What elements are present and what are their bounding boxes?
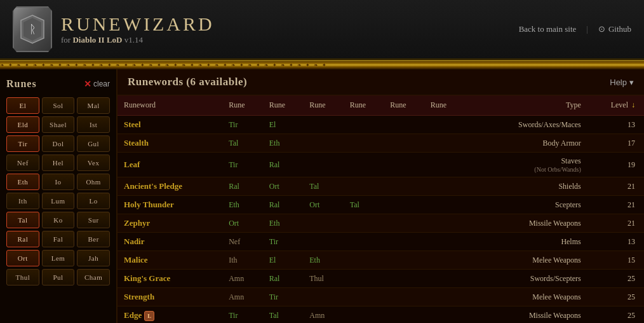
rune-cell-5 xyxy=(384,196,424,214)
rune-btn-ith[interactable]: Ith xyxy=(6,193,39,209)
rune-btn-mal[interactable]: Mal xyxy=(77,97,110,114)
rune-cell-3: Amn xyxy=(303,306,344,324)
row-name: Leaf xyxy=(117,153,222,177)
rune-cell-1: Tir xyxy=(222,153,263,177)
sort-indicator: ↓ xyxy=(631,100,635,109)
rune-btn-eld[interactable]: Eld xyxy=(6,116,39,133)
rune-cell-5 xyxy=(384,214,424,233)
rune-btn-dol[interactable]: Dol xyxy=(42,135,75,152)
row-type: Body Armor xyxy=(464,134,593,153)
svg-text:ᚱ: ᚱ xyxy=(29,23,36,36)
rune-cell-5 xyxy=(384,251,424,270)
rune-cell-2: Ral xyxy=(263,270,304,288)
rune-btn-io[interactable]: Io xyxy=(42,174,75,190)
rune-cell-1: Eth xyxy=(222,196,263,214)
rune-btn-ort[interactable]: Ort xyxy=(6,250,39,266)
rune-btn-sur[interactable]: Sur xyxy=(77,212,110,228)
rune-cell-6 xyxy=(424,233,465,251)
rune-btn-nef[interactable]: Nef xyxy=(6,155,39,171)
col-rune5: Rune xyxy=(384,95,424,116)
locked-badge: L xyxy=(144,311,154,321)
rune-btn-shael[interactable]: Shael xyxy=(42,116,75,133)
clear-button[interactable]: ✕ clear xyxy=(84,79,110,89)
table-row[interactable]: LeafTirRalStaves(Not Orbs/Wands)19 xyxy=(117,153,644,177)
table-row[interactable]: SteelTirElSwords/Axes/Maces13 xyxy=(117,116,644,134)
rune-btn-ral[interactable]: Ral xyxy=(6,231,39,247)
rune-btn-ko[interactable]: Ko xyxy=(42,212,75,228)
header: ᚱ Runewizard for Diablo II LoD v1.14 Bac… xyxy=(0,0,644,60)
nav-divider: | xyxy=(586,24,588,34)
col-rune6: Rune xyxy=(424,95,465,116)
rune-cell-5 xyxy=(384,177,424,196)
row-level: 13 xyxy=(594,116,644,134)
row-name: King's Grace xyxy=(117,270,222,288)
rune-btn-tal[interactable]: Tal xyxy=(6,212,39,228)
rune-btn-vex[interactable]: Vex xyxy=(77,155,110,171)
github-link[interactable]: ⊙ Github xyxy=(598,24,631,34)
rune-btn-cham[interactable]: Cham xyxy=(77,269,110,285)
table-row[interactable]: NadirNefTirHelms13 xyxy=(117,233,644,251)
col-rune4: Rune xyxy=(344,95,384,116)
rune-cell-6 xyxy=(424,196,465,214)
runewords-table: Runeword Rune Rune Rune Rune Rune Rune T… xyxy=(117,95,644,323)
col-rune1: Rune xyxy=(222,95,263,116)
row-type: Shields xyxy=(464,177,593,196)
table-row[interactable]: Ancient's PledgeRalOrtTalShields21 xyxy=(117,177,644,196)
col-level: Level ↓ xyxy=(594,95,644,116)
table-row[interactable]: Holy ThunderEthRalOrtTalScepters21 xyxy=(117,196,644,214)
sidebar-title-row: Runes ✕ clear xyxy=(6,78,110,90)
rune-btn-el[interactable]: El xyxy=(6,97,39,114)
table-row[interactable]: ZephyrOrtEthMissile Weapons21 xyxy=(117,214,644,233)
row-name: Steel xyxy=(117,116,222,134)
rune-btn-lem[interactable]: Lem xyxy=(42,250,75,266)
table-header-row: Runeword Rune Rune Rune Rune Rune Rune T… xyxy=(117,95,644,116)
app-title: Runewizard xyxy=(61,13,215,35)
row-type: Missile Weapons xyxy=(464,306,593,324)
rune-btn-jah[interactable]: Jah xyxy=(77,250,110,266)
rune-btn-fal[interactable]: Fal xyxy=(42,231,75,247)
table-row[interactable]: StealthTalEthBody Armor17 xyxy=(117,134,644,153)
rune-btn-pul[interactable]: Pul xyxy=(42,269,75,285)
row-level: 25 xyxy=(594,288,644,306)
rune-btn-tir[interactable]: Tir xyxy=(6,135,39,152)
rune-btn-gul[interactable]: Gul xyxy=(77,135,110,152)
rune-cell-3 xyxy=(303,134,344,153)
rune-btn-hel[interactable]: Hel xyxy=(42,155,75,171)
sidebar: Runes ✕ clear ElSolMalEldShaelIstTirDolG… xyxy=(0,69,117,323)
content-area: Runewords (6 available) Help ▾ Runeword … xyxy=(117,69,644,323)
rune-btn-eth[interactable]: Eth xyxy=(6,174,39,190)
rune-cell-6 xyxy=(424,177,465,196)
content-header: Runewords (6 available) Help ▾ xyxy=(117,69,644,95)
rune-cell-1: Amn xyxy=(222,288,263,306)
rune-cell-1: Tal xyxy=(222,134,263,153)
rune-btn-lo[interactable]: Lo xyxy=(77,193,110,209)
rune-cell-6 xyxy=(424,251,465,270)
rune-cell-2: Ral xyxy=(263,196,304,214)
table-row[interactable]: StrengthAmnTirMelee Weapons25 xyxy=(117,288,644,306)
rune-cell-4: Tal xyxy=(344,196,384,214)
rune-cell-2: El xyxy=(263,116,304,134)
row-type: Swords/Scepters xyxy=(464,270,593,288)
rune-cell-1: Ith xyxy=(222,251,263,270)
help-label: Help xyxy=(610,78,627,87)
rune-btn-ist[interactable]: Ist xyxy=(77,116,110,133)
table-row[interactable]: King's GraceAmnRalThulSwords/Scepters25 xyxy=(117,270,644,288)
table-row[interactable]: MaliceIthElEthMelee Weapons15 xyxy=(117,251,644,270)
rune-btn-thul[interactable]: Thul xyxy=(6,269,39,285)
help-button[interactable]: Help ▾ xyxy=(610,78,634,87)
row-type: Scepters xyxy=(464,196,593,214)
table-row[interactable]: EdgeLTirTalAmnMissile Weapons25 xyxy=(117,306,644,324)
rune-btn-lum[interactable]: Lum xyxy=(42,193,75,209)
row-type: Melee Weapons xyxy=(464,288,593,306)
header-nav: Back to main site | ⊙ Github xyxy=(519,24,631,34)
github-label: Github xyxy=(608,24,631,34)
rune-cell-5 xyxy=(384,233,424,251)
rune-btn-sol[interactable]: Sol xyxy=(42,97,75,114)
rune-cell-2: Ort xyxy=(263,177,304,196)
rune-cell-4 xyxy=(344,233,384,251)
rune-btn-ohm[interactable]: Ohm xyxy=(77,174,110,190)
row-level: 19 xyxy=(594,153,644,177)
rune-btn-ber[interactable]: Ber xyxy=(77,231,110,247)
back-to-main-link[interactable]: Back to main site xyxy=(519,24,577,34)
rune-cell-4 xyxy=(344,153,384,177)
